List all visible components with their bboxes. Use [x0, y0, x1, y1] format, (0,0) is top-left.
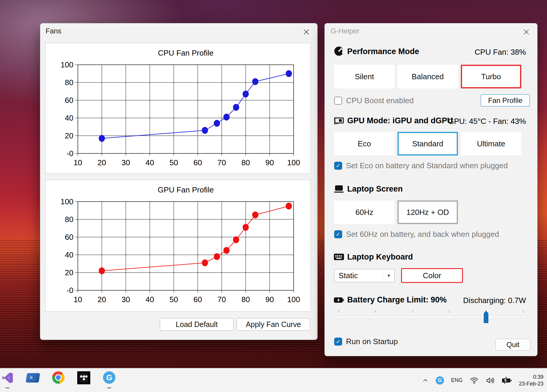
slider-track[interactable] — [334, 316, 527, 318]
keyboard-mode-dropdown[interactable]: Static ▼ — [334, 269, 395, 282]
svg-text:30: 30 — [122, 158, 130, 167]
svg-text:80: 80 — [65, 215, 73, 224]
gpu-auto-label: Set Eco on battery and Standard when plu… — [346, 161, 508, 170]
chart-point[interactable] — [252, 78, 258, 85]
svg-text:-0: -0 — [67, 286, 73, 295]
svg-text:-0: -0 — [67, 149, 73, 158]
chart-point[interactable] — [233, 237, 239, 243]
keyboard-icon — [334, 252, 344, 262]
clock-date: 23-Feb-23 — [519, 380, 543, 387]
volume-icon[interactable] — [486, 377, 495, 384]
slider-tick — [375, 310, 376, 313]
chart-point[interactable] — [223, 247, 230, 254]
gpu-fan-chart-panel: GPU Fan Profile102030405060708090100-020… — [45, 180, 311, 312]
ghelper-close-button[interactable] — [521, 27, 531, 37]
chart-point[interactable] — [202, 127, 208, 134]
taskbar-ghelper-icon[interactable]: G — [102, 371, 116, 389]
svg-text:80: 80 — [65, 78, 73, 87]
chart-point[interactable] — [286, 203, 292, 210]
laptop-screen-heading: Laptop Screen — [347, 184, 403, 194]
svg-text:GPU Fan Profile: GPU Fan Profile — [158, 185, 214, 194]
chart-point[interactable] — [202, 260, 208, 266]
ghelper-window: G-Helper Performance Mode CPU Fan: 38% S… — [324, 23, 538, 356]
turbo-mode-button[interactable]: Turbo — [461, 65, 521, 88]
close-icon — [303, 28, 310, 35]
load-default-button[interactable]: Load Default — [160, 318, 234, 331]
taskbar-black-app-icon[interactable] — [77, 371, 91, 389]
run-on-startup-checkbox[interactable]: ✓ — [334, 338, 342, 346]
language-indicator[interactable]: ENG — [451, 377, 463, 383]
tray-clock[interactable]: 0:39 23-Feb-23 — [519, 374, 543, 387]
svg-text:60: 60 — [65, 96, 73, 105]
chart-point[interactable] — [223, 114, 230, 121]
laptop-screen-icon — [334, 184, 344, 194]
fans-close-button[interactable] — [301, 27, 311, 37]
check-icon: ✓ — [336, 231, 341, 238]
slider-tick — [412, 310, 413, 313]
gpu-fan-chart[interactable]: GPU Fan Profile102030405060708090100-020… — [45, 180, 310, 311]
diamond-dots-icon — [77, 371, 90, 384]
ghelper-icon: G — [103, 371, 115, 384]
svg-text:100: 100 — [287, 295, 300, 304]
taskbar-chrome-icon[interactable] — [52, 371, 65, 389]
fan-profile-button[interactable]: Fan Profile — [481, 94, 530, 106]
slider-tick — [523, 310, 524, 313]
balanced-mode-button[interactable]: Balanced — [398, 65, 458, 88]
fans-window: Fans CPU Fan Profile10203040506070809010… — [40, 23, 318, 340]
svg-text:20: 20 — [98, 295, 106, 304]
svg-text:100: 100 — [287, 158, 300, 167]
tray-ghelper-icon[interactable]: G — [436, 376, 444, 385]
screen-auto-checkbox[interactable]: ✓ — [334, 230, 342, 238]
ultimate-gpu-button[interactable]: Ultimate — [461, 132, 521, 155]
chart-point[interactable] — [214, 120, 220, 127]
chart-point[interactable] — [243, 224, 249, 231]
cpu-fan-chart[interactable]: CPU Fan Profile102030405060708090100-020… — [45, 43, 310, 174]
svg-text:40: 40 — [65, 114, 73, 122]
apply-fan-curve-button[interactable]: Apply Fan Curve — [237, 318, 310, 331]
chart-point[interactable] — [243, 91, 249, 98]
chart-point[interactable] — [286, 70, 292, 77]
taskbar-visual-studio-icon[interactable] — [1, 371, 14, 389]
chevron-down-icon[interactable]: ▼ — [383, 269, 394, 282]
svg-text:50: 50 — [170, 295, 178, 304]
quit-button[interactable]: Quit — [495, 339, 530, 351]
tray-chevron-up-icon[interactable] — [422, 377, 429, 384]
svg-text:40: 40 — [146, 158, 154, 167]
silent-mode-button[interactable]: Silent — [334, 65, 395, 88]
check-icon: ✓ — [336, 162, 341, 169]
svg-text:20: 20 — [98, 158, 106, 167]
svg-text:20: 20 — [65, 131, 73, 140]
chart-point[interactable] — [252, 212, 258, 218]
battery-limit-heading: Battery Charge Limit: 90% — [347, 295, 447, 304]
cpu-boost-checkbox[interactable] — [334, 97, 342, 105]
discharge-status: Discharging: 0.7W — [463, 296, 526, 305]
standard-gpu-button[interactable]: Standard — [398, 132, 458, 155]
gpu-mode-heading: GPU Mode: iGPU and dGPU — [347, 116, 453, 125]
svg-text:20: 20 — [65, 268, 73, 277]
eco-gpu-button[interactable]: Eco — [334, 132, 395, 155]
keyboard-mode-value: Static — [334, 271, 358, 280]
svg-text:90: 90 — [266, 295, 274, 304]
battery-limit-slider[interactable] — [334, 310, 527, 324]
svg-text:10: 10 — [74, 158, 82, 167]
svg-text:10: 10 — [74, 295, 82, 304]
svg-text:60: 60 — [194, 295, 202, 304]
gpu-auto-checkbox[interactable]: ✓ — [334, 162, 342, 170]
screen-auto-label: Set 60Hz on battery, and back when plugg… — [346, 230, 499, 239]
wifi-icon[interactable] — [470, 377, 479, 384]
chart-point[interactable] — [214, 253, 220, 260]
chart-point[interactable] — [233, 104, 239, 111]
battery-charging-icon[interactable] — [502, 377, 512, 384]
60hz-button[interactable]: 60Hz — [334, 200, 395, 224]
fans-window-title: Fans — [46, 27, 61, 35]
120hz-od-button[interactable]: 120Hz + OD — [398, 200, 458, 224]
running-indicator — [5, 387, 9, 388]
performance-heading: Performance Mode — [347, 47, 419, 56]
keyboard-color-button[interactable]: Color — [401, 268, 463, 283]
svg-text:70: 70 — [218, 295, 226, 304]
slider-thumb[interactable] — [484, 311, 488, 323]
taskbar-powershell-icon[interactable]: >_ — [26, 371, 40, 389]
chart-point[interactable] — [99, 135, 105, 142]
performance-gauge-icon — [334, 46, 344, 56]
chart-point[interactable] — [99, 268, 105, 274]
